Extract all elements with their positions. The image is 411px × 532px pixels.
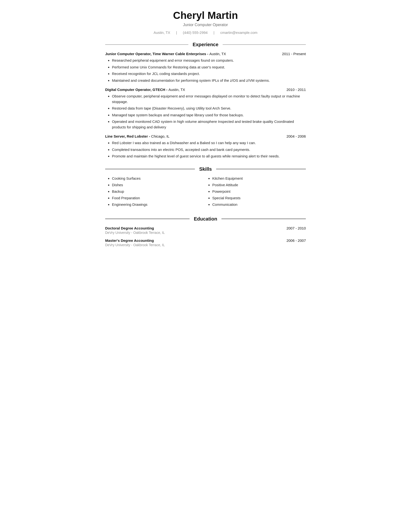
job-2-title: Digital Computer Operator, GTECH - Austi… bbox=[105, 87, 185, 92]
skills-right-line bbox=[216, 169, 306, 169]
job-3-header: Line Server, Red Lobster - Chicago, IL 2… bbox=[105, 134, 306, 138]
education-2-header: Master's Degree Accounting 2006 - 2007 bbox=[105, 238, 306, 243]
list-item: Positive Attitude bbox=[212, 183, 306, 187]
job-2-bullets: Observe computer, peripheral equipment a… bbox=[105, 94, 306, 130]
job-3-dates: 2004 - 2006 bbox=[287, 134, 306, 138]
list-item: Received recognition for JCL coding stan… bbox=[112, 71, 306, 77]
list-item: Promote and maintain the highest level o… bbox=[112, 153, 306, 159]
education-left-line bbox=[105, 218, 189, 219]
skills-section-title: Skills bbox=[195, 166, 216, 172]
education-2-school: DeVry University - Oakbrook Terrace, IL bbox=[105, 243, 306, 247]
job-1-header: Junior Computer Operator, Time Warner Ca… bbox=[105, 52, 306, 56]
list-item: Operated and monitored CAD system in hig… bbox=[112, 119, 306, 130]
list-item: Backup bbox=[112, 189, 206, 193]
experience-section-title: Experience bbox=[188, 42, 223, 48]
job-3-title: Line Server, Red Lobster - Chicago, IL bbox=[105, 134, 169, 138]
experience-section-header: Experience bbox=[105, 42, 306, 48]
contact-email: cmartin@example.com bbox=[220, 30, 257, 35]
job-1-bullets: Researched peripheral equipment and erro… bbox=[105, 58, 306, 83]
list-item: Red Lobster I was also trained as a Dish… bbox=[112, 140, 306, 146]
list-item: Observe computer, peripheral equipment a… bbox=[112, 94, 306, 104]
education-section-header: Education bbox=[105, 216, 306, 222]
job-3: Line Server, Red Lobster - Chicago, IL 2… bbox=[105, 134, 306, 159]
education-1-degree: Doctoral Degree Accounting bbox=[105, 226, 154, 230]
candidate-name: Cheryl Martin bbox=[105, 10, 306, 21]
resume-header: Cheryl Martin Junior Computer Operator A… bbox=[105, 10, 306, 35]
job-1: Junior Computer Operator, Time Warner Ca… bbox=[105, 52, 306, 83]
education-1-school: DeVry University - Oakbrook Terrace, IL bbox=[105, 231, 306, 235]
list-item: Researched peripheral equipment and erro… bbox=[112, 58, 306, 63]
skills-grid: Cooking Surfaces Dishes Backup Food Prep… bbox=[105, 176, 306, 209]
education-2-dates: 2006 - 2007 bbox=[287, 238, 306, 243]
list-item: Performed some Unix Commands for Restori… bbox=[112, 65, 306, 70]
contact-separator-1: | bbox=[176, 30, 177, 35]
education-2: Master's Degree Accounting 2006 - 2007 D… bbox=[105, 238, 306, 247]
education-1-header: Doctoral Degree Accounting 2007 - 2010 bbox=[105, 226, 306, 230]
candidate-title: Junior Computer Operator bbox=[105, 23, 306, 27]
skills-left-line bbox=[105, 169, 195, 169]
education-section: Education Doctoral Degree Accounting 200… bbox=[105, 216, 306, 247]
contact-separator-2: | bbox=[214, 30, 215, 35]
experience-right-line bbox=[223, 45, 306, 45]
education-right-line bbox=[222, 218, 306, 219]
contact-phone: (440) 555-2994 bbox=[183, 30, 208, 35]
list-item: Communication bbox=[212, 202, 306, 207]
list-item: Engineering Drawings bbox=[112, 202, 206, 207]
contact-info: Austin, TX | (440) 555-2994 | cmartin@ex… bbox=[105, 30, 306, 35]
list-item: Maintained and created documentation for… bbox=[112, 78, 306, 83]
list-item: Powerpoint bbox=[212, 189, 306, 193]
skills-section-header: Skills bbox=[105, 166, 306, 172]
list-item: Managed tape system backups and managed … bbox=[112, 113, 306, 118]
job-1-title: Junior Computer Operator, Time Warner Ca… bbox=[105, 52, 226, 56]
experience-section: Experience Junior Computer Operator, Tim… bbox=[105, 42, 306, 159]
contact-city: Austin, TX bbox=[154, 30, 170, 35]
list-item: Cooking Surfaces bbox=[112, 176, 206, 180]
skills-right-col: Kitchen Equipment Positive Attitude Powe… bbox=[206, 176, 306, 209]
list-item: Food Preparation bbox=[112, 196, 206, 200]
job-1-dates: 2011 - Present bbox=[282, 52, 306, 56]
list-item: Dishes bbox=[112, 183, 206, 187]
experience-left-line bbox=[105, 45, 188, 45]
education-section-title: Education bbox=[189, 216, 222, 222]
job-2: Digital Computer Operator, GTECH - Austi… bbox=[105, 87, 306, 130]
list-item: Special Requests bbox=[212, 196, 306, 200]
list-item: Restored data from tape (Disaster Recove… bbox=[112, 106, 306, 111]
job-2-header: Digital Computer Operator, GTECH - Austi… bbox=[105, 87, 306, 92]
job-3-bullets: Red Lobster I was also trained as a Dish… bbox=[105, 140, 306, 159]
job-2-dates: 2010 - 2011 bbox=[287, 87, 306, 92]
education-1: Doctoral Degree Accounting 2007 - 2010 D… bbox=[105, 226, 306, 235]
education-2-degree: Master's Degree Accounting bbox=[105, 238, 154, 243]
education-1-dates: 2007 - 2010 bbox=[287, 226, 306, 230]
skills-left-col: Cooking Surfaces Dishes Backup Food Prep… bbox=[105, 176, 206, 209]
list-item: Kitchen Equipment bbox=[212, 176, 306, 180]
skills-section: Skills Cooking Surfaces Dishes Backup Fo… bbox=[105, 166, 306, 209]
list-item: Completed transactions into an electric … bbox=[112, 147, 306, 152]
